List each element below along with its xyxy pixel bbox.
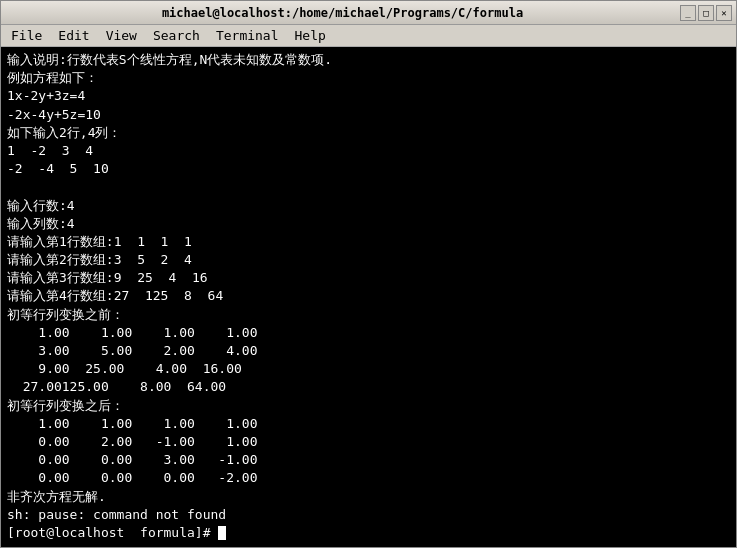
menu-file[interactable]: File <box>3 26 50 45</box>
title-bar: michael@localhost:/home/michael/Programs… <box>1 1 736 25</box>
terminal-window: michael@localhost:/home/michael/Programs… <box>0 0 737 548</box>
terminal-output[interactable]: 输入说明:行数代表S个线性方程,N代表未知数及常数项. 例如方程如下： 1x-2… <box>1 47 736 547</box>
minimize-button[interactable]: _ <box>680 5 696 21</box>
menu-search[interactable]: Search <box>145 26 208 45</box>
close-button[interactable]: ✕ <box>716 5 732 21</box>
window-controls: _ □ ✕ <box>680 5 732 21</box>
menu-terminal[interactable]: Terminal <box>208 26 287 45</box>
maximize-button[interactable]: □ <box>698 5 714 21</box>
menu-edit[interactable]: Edit <box>50 26 97 45</box>
menu-bar: File Edit View Search Terminal Help <box>1 25 736 47</box>
menu-help[interactable]: Help <box>287 26 334 45</box>
window-title: michael@localhost:/home/michael/Programs… <box>5 6 680 20</box>
menu-view[interactable]: View <box>98 26 145 45</box>
terminal-cursor <box>218 526 226 540</box>
